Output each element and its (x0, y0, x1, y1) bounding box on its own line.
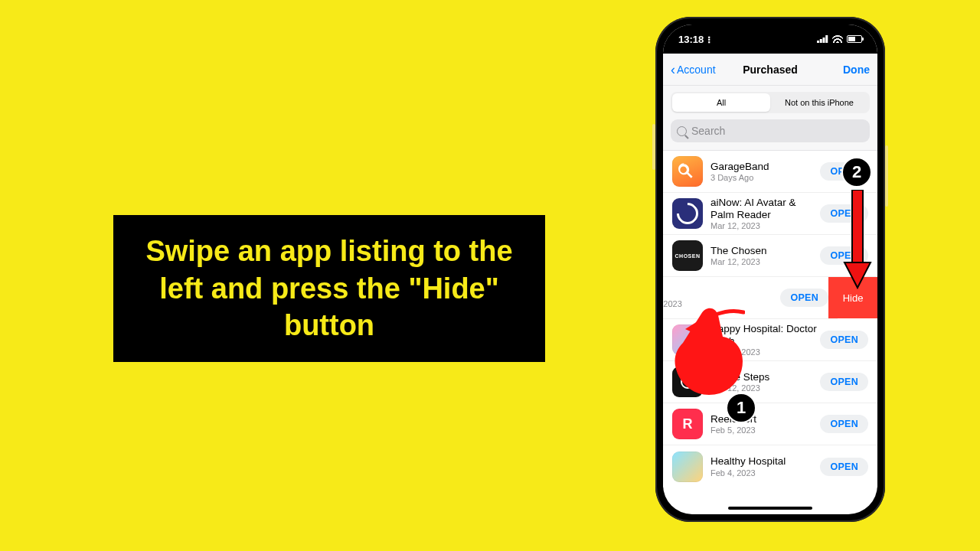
app-name: The Chosen (710, 245, 820, 257)
app-icon-chosen: CHOSEN (672, 240, 703, 271)
segment-all[interactable]: All (672, 93, 770, 112)
done-button[interactable]: Done (843, 64, 870, 76)
instruction-text: Swipe an app listing to the left and pre… (132, 233, 527, 344)
svg-rect-1 (852, 190, 863, 265)
home-indicator (728, 507, 812, 510)
app-date: Feb 5, 2023 (710, 425, 820, 435)
segmented-control[interactable]: All Not on this iPhone (671, 92, 870, 113)
app-icon-reelshort: R (672, 409, 703, 439)
open-button[interactable]: OPEN (820, 415, 868, 433)
battery-icon (847, 35, 862, 43)
callout-badge-2: 2 (841, 157, 872, 187)
search-wrap: Search (663, 113, 877, 151)
arrow-down-icon (842, 190, 873, 289)
app-name: GarageBand (710, 161, 820, 173)
nav-bar: ‹ Account Purchased Done (663, 54, 877, 86)
page-title: Purchased (743, 64, 798, 76)
segmented-wrap: All Not on this iPhone (663, 86, 877, 113)
svg-marker-2 (844, 262, 871, 288)
list-item[interactable]: Healthy Hospital Feb 4, 2023 OPEN (663, 445, 877, 487)
signal-icon (817, 35, 828, 43)
notch (728, 24, 812, 43)
search-placeholder: Search (691, 125, 725, 137)
instruction-panel: Swipe an app listing to the left and pre… (113, 215, 545, 362)
status-time: 13:18 ⫶ (678, 34, 712, 45)
open-button[interactable]: OPEN (820, 458, 868, 476)
back-button[interactable]: ‹ Account (671, 63, 716, 77)
open-button[interactable]: OPEN (820, 373, 868, 391)
search-input[interactable]: Search (671, 119, 870, 142)
callout-badge-1: 1 (726, 393, 756, 423)
app-name: aiNow: AI Avatar & Palm Reader (710, 197, 820, 220)
app-date: Mar 12, 2023 (710, 221, 820, 230)
search-icon (677, 126, 687, 136)
app-icon-ainow (672, 198, 703, 229)
app-icon-garageband (672, 156, 703, 187)
app-icon-healthy-hospital (672, 452, 703, 482)
app-date: Mar 12, 2023 (710, 257, 820, 266)
app-date: Feb 4, 2023 (710, 468, 820, 478)
chevron-left-icon: ‹ (671, 63, 675, 77)
app-name: BiCam (663, 287, 780, 299)
status-bar: 13:18 ⫶ (663, 24, 877, 54)
app-date: 3 Days Ago (710, 173, 820, 182)
status-icons (817, 35, 862, 43)
wifi-icon (832, 35, 843, 43)
open-button[interactable]: OPEN (780, 289, 828, 307)
back-label: Account (677, 64, 716, 76)
open-button[interactable]: OPEN (820, 331, 868, 349)
segment-not-on-iphone[interactable]: Not on this iPhone (770, 93, 868, 112)
app-name: Healthy Hospital (710, 455, 820, 468)
